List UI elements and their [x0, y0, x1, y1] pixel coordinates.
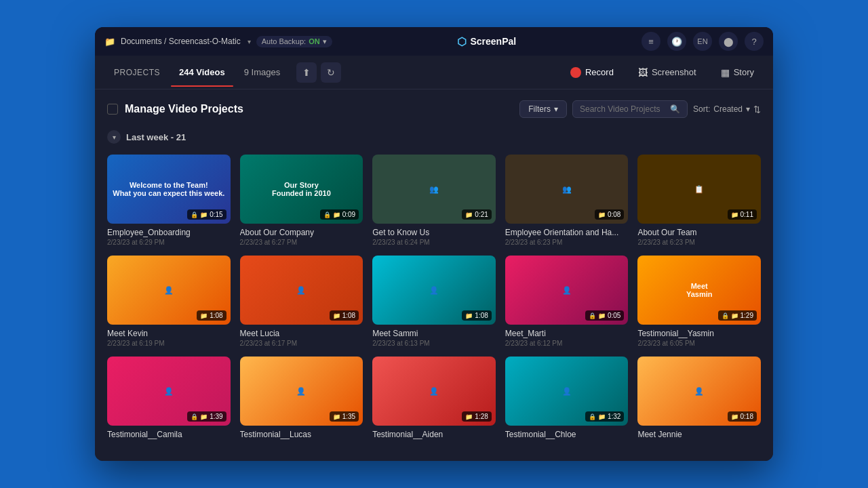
refresh-btn[interactable]: ↻	[321, 62, 341, 83]
folder-thumb-icon: 📁	[731, 413, 738, 420]
video-date: 2/23/23 at 6:23 PM	[505, 239, 629, 246]
video-name: About Our Company	[240, 228, 363, 237]
tab-projects-label: PROJECTS	[114, 68, 160, 77]
video-thumbnail: 📋 📁 0:11	[637, 155, 761, 224]
video-name: Meet_Marti	[505, 329, 629, 338]
toolbar-action-btns: ⬆ ↻	[296, 62, 341, 83]
screenshot-button[interactable]: 🖼 Screenshot	[630, 64, 705, 81]
video-name: Employee_Onboarding	[107, 228, 231, 237]
help-icon-btn[interactable]: ?	[745, 32, 764, 51]
folder-thumb-icon: 📁	[465, 413, 473, 420]
toolbar: PROJECTS 244 Videos 9 Images ⬆ ↻ Record …	[95, 56, 773, 89]
title-bar-left: 📁 Documents / Screencast-O-Matic ▾ Auto …	[104, 36, 332, 47]
duration-label: 1:08	[210, 312, 222, 319]
video-date: 2/23/23 at 6:24 PM	[372, 239, 496, 246]
thumb-overlay: 📁 1:08	[330, 310, 359, 321]
story-icon: ▦	[721, 67, 730, 78]
video-thumbnail: 👤 📁 1:35	[240, 357, 363, 426]
sort-button[interactable]: Sort: Created ▾ ⇅	[693, 104, 761, 115]
tab-images[interactable]: 9 Images	[236, 63, 288, 81]
account-icon-btn[interactable]: ⬤	[719, 32, 738, 51]
video-card[interactable]: 📋 📁 0:11 About Our Team 2/23/23 at 6:23 …	[637, 155, 761, 246]
thumb-overlay: 📁 1:35	[330, 411, 359, 422]
video-card[interactable]: 👤 📁 1:35 Testimonial__Lucas	[240, 357, 363, 441]
video-card[interactable]: 👤 📁 1:08 Meet Sammi 2/23/23 at 6:13 PM	[372, 256, 496, 347]
video-date: 2/23/23 at 6:19 PM	[107, 340, 231, 347]
language-btn[interactable]: EN	[693, 32, 712, 51]
video-date: 2/23/23 at 6:13 PM	[372, 340, 496, 347]
duration-label: 0:09	[342, 211, 355, 218]
record-dot-icon	[570, 67, 581, 78]
video-card[interactable]: 👥 📁 0:08 Employee Orientation and Ha... …	[505, 155, 629, 246]
video-card[interactable]: Meet Yasmin 🔒📁 1:29 Testimonial__Yasmin …	[637, 256, 761, 347]
sort-arrows-icon: ⇅	[753, 104, 761, 115]
lock-icon: 🔒	[589, 413, 596, 420]
folder-thumb-icon: 📁	[598, 312, 606, 319]
video-name: Testimonial__Lucas	[240, 430, 363, 439]
duration-label: 1:08	[475, 312, 488, 319]
thumb-overlay: 📁 0:21	[462, 209, 491, 220]
video-card[interactable]: Welcome to the Team! What you can expect…	[107, 155, 231, 246]
logo-icon: ⬡	[457, 35, 467, 48]
backup-badge[interactable]: Auto Backup: ON ▾	[256, 36, 332, 47]
folder-thumb-icon: 📁	[731, 211, 738, 218]
duration-label: 0:05	[608, 312, 620, 319]
video-thumbnail: 👤 🔒📁 1:39	[107, 357, 231, 426]
backup-status: ON	[309, 37, 320, 45]
thumb-overlay: 🔒📁 0:05	[585, 310, 624, 321]
tab-videos[interactable]: 244 Videos	[171, 63, 233, 81]
video-grid: Welcome to the Team! What you can expect…	[107, 155, 761, 441]
duration-label: 1:08	[342, 312, 355, 319]
video-card[interactable]: 👤 🔒📁 0:05 Meet_Marti 2/23/23 at 6:12 PM	[505, 256, 629, 347]
filter-button[interactable]: Filters ▾	[519, 100, 567, 118]
thumb-overlay: 🔒📁 1:32	[585, 411, 624, 422]
lock-icon: 🔒	[722, 312, 729, 319]
section-title: Last week - 21	[126, 132, 186, 142]
video-thumbnail: 👤 🔒📁 1:32	[505, 357, 629, 426]
folder-thumb-icon: 📁	[465, 211, 473, 218]
section-collapse-btn[interactable]: ▾	[107, 130, 121, 144]
record-button[interactable]: Record	[562, 64, 622, 81]
video-card[interactable]: 👤 📁 0:18 Meet Jennie	[637, 357, 761, 441]
video-name: Testimonial__Yasmin	[637, 329, 761, 338]
folder-thumb-icon: 📁	[731, 312, 738, 319]
video-name: Meet Lucia	[240, 329, 363, 338]
video-card[interactable]: 👤 📁 1:08 Meet Lucia 2/23/23 at 6:17 PM	[240, 256, 363, 347]
video-thumbnail: 👥 📁 0:08	[505, 155, 629, 224]
video-date: 2/23/23 at 6:27 PM	[240, 239, 363, 246]
thumb-overlay: 🔒📁 1:39	[187, 411, 226, 422]
title-bar-right: ≡ 🕐 EN ⬤ ?	[642, 32, 764, 51]
thumb-overlay: 📁 0:08	[595, 209, 624, 220]
upload-btn[interactable]: ⬆	[296, 62, 317, 83]
app-name: ScreenPal	[470, 36, 516, 47]
title-bar-center: ⬡ ScreenPal	[339, 35, 635, 48]
video-name: Meet Kevin	[107, 329, 231, 338]
sort-caret-icon: ▾	[746, 104, 750, 114]
video-card[interactable]: 👤 🔒📁 1:32 Testimonial__Chloe	[505, 357, 629, 441]
duration-label: 1:35	[342, 413, 355, 420]
thumb-overlay: 📁 1:08	[197, 310, 226, 321]
duration-label: 0:21	[475, 211, 488, 218]
select-all-checkbox[interactable]	[107, 104, 118, 115]
video-card[interactable]: 👤 🔒📁 1:39 Testimonial__Camila	[107, 357, 231, 441]
video-date: 2/23/23 at 6:29 PM	[107, 239, 231, 246]
path-caret: ▾	[248, 38, 251, 45]
main-content: Manage Video Projects Filters ▾ 🔍 Sort: …	[95, 89, 773, 461]
video-card[interactable]: 👤 📁 1:08 Meet Kevin 2/23/23 at 6:19 PM	[107, 256, 231, 347]
thumb-overlay: 📁 0:18	[728, 411, 757, 422]
folder-icon: 📁	[104, 37, 115, 47]
filter-caret-icon: ▾	[554, 104, 558, 114]
folder-thumb-icon: 📁	[200, 211, 208, 218]
tab-projects[interactable]: PROJECTS	[106, 64, 168, 81]
video-card[interactable]: Our Story Founded in 2010 🔒📁 0:09 About …	[240, 155, 363, 246]
tab-videos-label: 244 Videos	[179, 67, 225, 77]
history-icon-btn[interactable]: 🕐	[667, 32, 686, 51]
duration-label: 0:11	[741, 211, 753, 218]
search-input[interactable]	[580, 104, 666, 114]
video-card[interactable]: 👤 📁 1:28 Testimonial__Aiden	[372, 357, 496, 441]
projects-header-right: Filters ▾ 🔍 Sort: Created ▾ ⇅	[519, 100, 761, 118]
thumb-overlay: 🔒📁 1:29	[718, 310, 757, 321]
story-button[interactable]: ▦ Story	[713, 64, 762, 81]
video-card[interactable]: 👥 📁 0:21 Get to Know Us 2/23/23 at 6:24 …	[372, 155, 496, 246]
menu-icon-btn[interactable]: ≡	[642, 32, 660, 51]
